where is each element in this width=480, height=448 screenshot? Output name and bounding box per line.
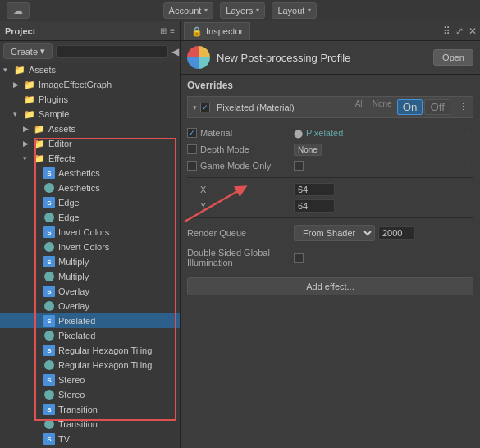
render-queue-dropdown[interactable]: From Shader (294, 225, 375, 241)
tree-label: Assets (29, 65, 56, 75)
material-menu-icon[interactable]: ⋮ (464, 128, 473, 139)
folder-icon: 📁 (13, 64, 26, 75)
section-menu-icon[interactable]: ⋮ (459, 102, 468, 112)
left-panel: Project ⊞ ≡ Create ▾ ◀ ▶ ▾📁Assets▶📁Image… (0, 21, 181, 448)
x-input[interactable] (294, 183, 335, 196)
tree-item[interactable]: ▾📁Effects (0, 151, 180, 166)
tree-label: Sample (39, 109, 69, 119)
tree-item[interactable]: SRegular Hexagon Tiling (0, 343, 180, 358)
game-mode-value: ⋮ (294, 161, 473, 171)
material-text[interactable]: Pixelated (306, 128, 343, 138)
tree-item[interactable]: 📁Plugins (0, 92, 180, 107)
tree-item[interactable]: ▶📁ImageEffectGraph (0, 77, 180, 92)
double-sided-cb[interactable] (294, 253, 304, 263)
render-queue-value: From Shader (294, 225, 415, 241)
tree-item[interactable]: Regular Hexagon Tiling (0, 358, 180, 373)
add-effect-button[interactable]: Add effect... (187, 277, 473, 295)
tree-item[interactable]: Transition (0, 417, 180, 432)
main-layout: Project ⊞ ≡ Create ▾ ◀ ▶ ▾📁Assets▶📁Image… (0, 21, 480, 448)
inspector-tab[interactable]: 🔒 Inspector (184, 22, 250, 40)
tree-item[interactable]: SInvert Colors (0, 225, 180, 240)
render-queue-input[interactable] (378, 226, 415, 240)
top-bar-left: ☁ (7, 2, 30, 19)
all-label[interactable]: All (355, 99, 364, 115)
collapse-row[interactable]: ▾ ✓ Pixelated (Material) All None On Off… (187, 96, 473, 118)
divider-2 (187, 217, 473, 218)
material-dot-icon: ⬤ (294, 129, 303, 138)
layers-dropdown[interactable]: Layers ▾ (220, 2, 265, 19)
panel-icon-list[interactable]: ≡ (170, 26, 175, 35)
tree-label: Plugins (39, 94, 68, 104)
panel-icon-grid[interactable]: ⊞ (160, 26, 167, 35)
y-value (294, 199, 473, 213)
on-button[interactable]: On (397, 99, 423, 115)
tree-item[interactable]: Stereo (0, 387, 180, 402)
tree-item[interactable]: ▶📁Assets (0, 121, 180, 136)
layers-arrow: ▾ (256, 7, 259, 14)
tree-item[interactable]: Multiply (0, 269, 180, 284)
search-input[interactable] (56, 45, 168, 58)
depth-menu-icon[interactable]: ⋮ (464, 144, 473, 155)
y-input[interactable] (294, 199, 335, 213)
tree-item[interactable]: SPixelated (0, 313, 180, 328)
tree-item[interactable]: Overlay (0, 299, 180, 313)
layout-arrow: ▾ (308, 7, 311, 14)
tree-arrow: ▶ (13, 80, 23, 89)
tree-item[interactable]: ▾📁Assets (0, 62, 180, 77)
depth-dropdown[interactable]: None (294, 144, 322, 156)
profile-icon (187, 46, 210, 69)
overrides-section: Overrides ▾ ✓ Pixelated (Material) All N… (181, 75, 480, 125)
tree-item[interactable]: Invert Colors (0, 240, 180, 254)
panel-close-icon[interactable]: ✕ (469, 25, 477, 37)
tree-arrow: ▾ (23, 154, 33, 162)
panel-kebab-icon[interactable]: ⠿ (443, 25, 450, 37)
tree-item[interactable]: Pixelated (0, 328, 180, 343)
shader-icon: S (43, 197, 56, 208)
tree-arrow: ▾ (3, 66, 13, 74)
tree-label: Transition (58, 405, 98, 414)
tree-item[interactable]: SEdge (0, 195, 180, 210)
section-checkbox[interactable]: ✓ (200, 103, 210, 112)
game-mode-menu-icon[interactable]: ⋮ (464, 161, 473, 171)
tree-item[interactable]: SOverlay (0, 284, 180, 299)
open-button[interactable]: Open (433, 49, 473, 66)
material-cb[interactable]: ✓ (187, 128, 197, 138)
tree-item[interactable]: SMultiply (0, 254, 180, 269)
section-cb[interactable]: ✓ (200, 103, 210, 112)
off-button[interactable]: Off (424, 99, 450, 115)
tree-arrow: ▶ (23, 125, 33, 133)
x-value (294, 183, 473, 196)
shader-icon: S (43, 404, 56, 415)
double-sided-label: Double Sided Global Illumination (187, 248, 294, 267)
tree-item[interactable]: STransition (0, 402, 180, 417)
account-dropdown[interactable]: Account ▾ (163, 2, 214, 19)
tree-container[interactable]: ▾📁Assets▶📁ImageEffectGraph📁Plugins▾📁Samp… (0, 62, 180, 448)
tree-label: Regular Hexagon Tiling (58, 345, 152, 355)
tree-item[interactable]: SStereo (0, 373, 180, 387)
tree-label: Overlay (58, 286, 89, 296)
tree-item[interactable]: ▾📁Sample (0, 107, 180, 121)
game-mode-cb[interactable] (187, 161, 197, 171)
cloud-button[interactable]: ☁ (7, 2, 30, 19)
circle-icon (43, 300, 56, 312)
tree-label: Edge (58, 198, 80, 208)
tree-item[interactable]: STV (0, 432, 180, 446)
nav-back-icon[interactable]: ◀ (171, 46, 179, 57)
none-label[interactable]: None (373, 99, 392, 115)
on-off-toggle: All None On Off (352, 99, 450, 115)
depth-cb[interactable] (187, 144, 197, 154)
tree-item[interactable]: Aesthetics (0, 181, 180, 195)
create-button[interactable]: Create ▾ (3, 43, 53, 59)
game-mode-val-cb[interactable] (294, 161, 304, 171)
tree-item[interactable]: Edge (0, 210, 180, 225)
tree-item[interactable]: ▶📁Editor (0, 136, 180, 151)
circle-icon (43, 182, 56, 194)
panel-expand-icon[interactable]: ⤢ (455, 25, 464, 37)
tree-item[interactable]: SAesthetics (0, 166, 180, 181)
layout-dropdown[interactable]: Layout ▾ (272, 2, 317, 19)
shader-icon: S (43, 315, 56, 327)
right-panel: 🔒 Inspector ⠿ ⤢ ✕ New Post-processing Pr… (181, 21, 480, 448)
y-row: Y (187, 198, 473, 214)
tree-label: Aesthetics (58, 183, 100, 193)
profile-title: New Post-processing Profile (217, 52, 350, 64)
